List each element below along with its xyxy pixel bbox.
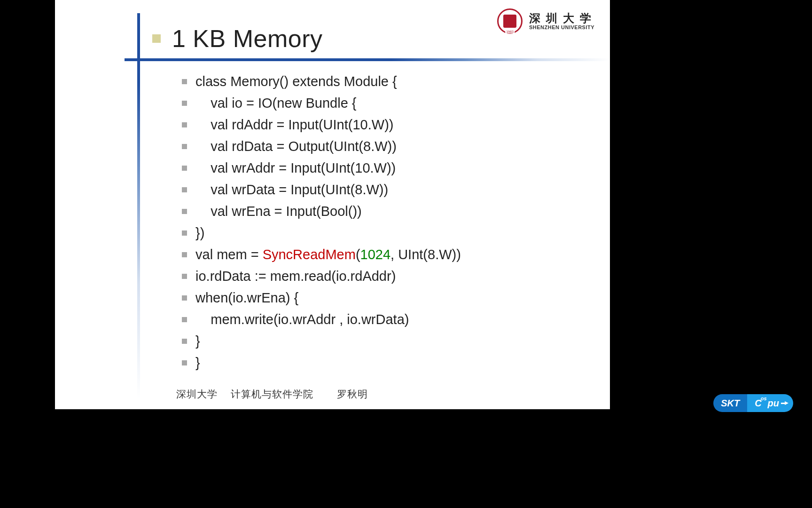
footer-author: 罗秋明 — [337, 389, 368, 400]
code-frag-green: 1024 — [360, 247, 391, 262]
code-line: val rdAddr = Input(UInt(10.W)) — [182, 114, 591, 135]
vertical-rule — [137, 13, 140, 399]
bullet-icon — [182, 274, 187, 279]
badge-os: os — [761, 396, 767, 401]
bullet-icon — [182, 101, 187, 106]
code-text: class Memory() extends Module { — [195, 71, 397, 92]
logo-text: 深圳大学 SHENZHEN UNIVERSITY — [529, 12, 597, 30]
bullet-icon — [182, 252, 187, 257]
code-text: } — [195, 330, 200, 352]
logo-english: SHENZHEN UNIVERSITY — [529, 24, 597, 30]
code-line: val wrEna = Input(Bool()) — [182, 200, 591, 222]
code-line: io.rdData := mem.read(io.rdAddr) — [182, 265, 591, 287]
bullet-icon — [182, 339, 187, 344]
logo-chinese: 深圳大学 — [529, 12, 597, 24]
bullet-icon — [182, 209, 187, 214]
bullet-icon — [182, 360, 187, 365]
bullet-icon — [182, 122, 187, 127]
code-frag: , UInt(8.W)) — [390, 247, 461, 262]
code-text: val rdAddr = Input(UInt(10.W)) — [195, 114, 393, 135]
seal-year: 1983 — [505, 30, 515, 33]
code-text: val mem = SyncReadMem(1024, UInt(8.W)) — [195, 244, 461, 265]
title-bullet-icon — [152, 34, 161, 43]
code-body: class Memory() extends Module { val io =… — [182, 71, 591, 373]
code-line: val io = IO(new Bundle { — [182, 92, 591, 114]
badge-left: SKT — [713, 394, 747, 412]
slide: 1 KB Memory 1983 深圳大学 SHENZHEN UNIVERSIT… — [55, 0, 610, 409]
code-frag: ( — [356, 247, 360, 262]
code-line: class Memory() extends Module { — [182, 71, 591, 92]
code-line: } — [182, 352, 591, 373]
skt-cpu-badge: SKT Cospu — [713, 394, 793, 412]
code-line: val wrAddr = Input(UInt(10.W)) — [182, 157, 591, 179]
code-text: mem.write(io.wrAddr , io.wrData) — [195, 309, 409, 330]
code-text: val wrAddr = Input(UInt(10.W)) — [195, 157, 396, 179]
title-text: 1 KB Memory — [172, 24, 322, 53]
footer-college: 计算机与软件学院 — [231, 389, 313, 400]
code-text: val wrData = Input(UInt(8.W)) — [195, 179, 388, 200]
code-text: val io = IO(new Bundle { — [195, 92, 357, 114]
code-text: io.rdData := mem.read(io.rdAddr) — [195, 265, 396, 287]
seal-inner-icon — [503, 15, 516, 28]
footer-univ: 深圳大学 — [176, 389, 218, 400]
bullet-icon — [182, 187, 187, 192]
bullet-icon — [182, 317, 187, 322]
horizontal-rule — [125, 58, 610, 61]
stage: 1 KB Memory 1983 深圳大学 SHENZHEN UNIVERSIT… — [0, 0, 812, 508]
arrow-right-icon — [785, 401, 789, 405]
code-frag-red: SyncReadMem — [263, 247, 356, 262]
code-text: val rdData = Output(UInt(8.W)) — [195, 135, 397, 157]
badge-right: Cospu — [747, 394, 793, 412]
code-text: } — [195, 352, 200, 373]
code-text: }) — [195, 222, 204, 244]
title: 1 KB Memory — [152, 24, 322, 53]
code-text: val wrEna = Input(Bool()) — [195, 200, 362, 222]
bullet-icon — [182, 295, 187, 301]
code-line: val rdData = Output(UInt(8.W)) — [182, 135, 591, 157]
code-line: } — [182, 330, 591, 352]
code-line: }) — [182, 222, 591, 244]
bullet-icon — [182, 144, 187, 149]
bullet-icon — [182, 79, 187, 84]
code-line: when(io.wrEna) { — [182, 287, 591, 309]
university-logo: 1983 深圳大学 SHENZHEN UNIVERSITY — [497, 8, 597, 34]
code-line: val mem = SyncReadMem(1024, UInt(8.W)) — [182, 244, 591, 265]
code-line: val wrData = Input(UInt(8.W)) — [182, 179, 591, 200]
bullet-icon — [182, 166, 187, 171]
badge-pu: pu — [768, 398, 779, 408]
code-frag: val mem = — [195, 247, 263, 262]
university-seal-icon: 1983 — [497, 8, 523, 34]
bullet-icon — [182, 230, 187, 236]
code-line: mem.write(io.wrAddr , io.wrData) — [182, 309, 591, 330]
code-text: when(io.wrEna) { — [195, 287, 298, 309]
footer: 深圳大学计算机与软件学院罗秋明 — [176, 388, 368, 401]
